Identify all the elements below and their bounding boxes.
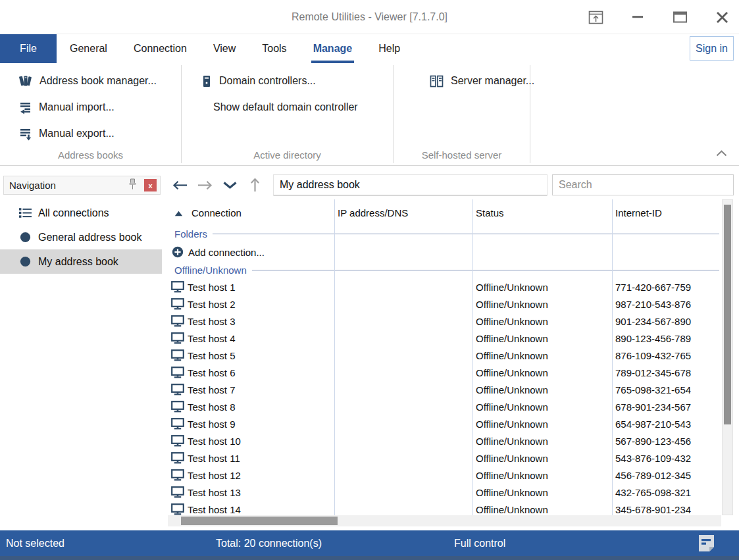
table-row-test-host-11[interactable]: Test host 11Offline/Unknown543-876-109-4…: [168, 449, 721, 467]
status-cell: Offline/Unknown: [472, 419, 612, 430]
column-header-ip[interactable]: IP address/DNS: [334, 207, 472, 218]
add-connection-row[interactable]: Add connection...: [168, 242, 721, 262]
arrow-left-icon: [172, 180, 188, 190]
table-row-test-host-2[interactable]: Test host 2Offline/Unknown987-210-543-87…: [168, 295, 721, 313]
connection-cell: Test host 6: [168, 367, 334, 378]
close-panel-button[interactable]: x: [144, 179, 157, 191]
table-row-test-host-5[interactable]: Test host 5Offline/Unknown876-109-432-76…: [168, 347, 721, 364]
internet-id-cell: 345-678-901-234: [612, 504, 719, 515]
column-header-label: IP address/DNS: [338, 207, 408, 218]
ribbon-item-server-manager[interactable]: Server manager...: [394, 68, 530, 94]
address-books-icon: [18, 74, 33, 88]
ribbon-item-show-default-domain-controller[interactable]: Show default domain controller: [182, 94, 393, 120]
manual-export-icon: [18, 127, 32, 141]
content-area: Navigation x All connectionsGeneral addr…: [0, 166, 739, 530]
sign-in-button[interactable]: Sign in: [690, 36, 734, 61]
up-level-button[interactable]: [245, 175, 265, 195]
breadcrumb-input[interactable]: [273, 174, 548, 195]
internet-id-cell: 876-109-432-765: [612, 350, 719, 361]
tab-connection[interactable]: Connection: [120, 34, 200, 63]
nav-item-all-connections[interactable]: All connections: [0, 201, 162, 225]
group-row-folders[interactable]: Folders: [168, 226, 721, 242]
table-row-test-host-8[interactable]: Test host 8Offline/Unknown678-901-234-56…: [168, 398, 721, 415]
navigation-panel: Navigation x All connectionsGeneral addr…: [0, 166, 162, 530]
column-header-internet-id[interactable]: Internet-ID: [612, 207, 719, 218]
internet-id-cell: 654-987-210-543: [612, 419, 719, 430]
host-name: Test host 1: [188, 282, 236, 293]
status-cell: Offline/Unknown: [472, 453, 612, 464]
column-header-label: Status: [476, 207, 504, 218]
table-row-test-host-6[interactable]: Test host 6Offline/Unknown789-012-345-67…: [168, 364, 721, 381]
tab-tools[interactable]: Tools: [249, 34, 299, 63]
ribbon-item-address-book-manager[interactable]: Address book manager...: [0, 68, 181, 94]
tab-view[interactable]: View: [200, 34, 249, 63]
tab-label: Tools: [262, 43, 286, 55]
ribbon-group-active-directory: Domain controllers...Show default domain…: [182, 65, 394, 163]
connection-cell: Test host 9: [168, 418, 334, 430]
ribbon-item-domain-controllers[interactable]: Domain controllers...: [182, 68, 393, 94]
tab-file[interactable]: File: [0, 34, 57, 63]
manual-import-icon: [18, 101, 32, 115]
title-bar: Remote Utilities - Viewer [7.1.7.0]: [0, 0, 739, 34]
ribbon-group-address-books: Address book manager...Manual import...M…: [0, 65, 182, 163]
column-header-connection[interactable]: Connection: [168, 207, 334, 218]
column-header-status[interactable]: Status: [472, 207, 612, 218]
table-row-test-host-4[interactable]: Test host 4Offline/Unknown890-123-456-78…: [168, 330, 721, 347]
table-row-test-host-10[interactable]: Test host 10Offline/Unknown567-890-123-4…: [168, 432, 721, 449]
vertical-scrollbar-thumb[interactable]: [724, 205, 731, 424]
table-row-test-host-9[interactable]: Test host 9Offline/Unknown654-987-210-54…: [168, 415, 721, 432]
host-name: Test host 10: [188, 436, 241, 447]
monitor-icon: [171, 418, 184, 430]
remote-utilities-viewer-window: Remote Utilities - Viewer [7.1.7.0] File…: [0, 0, 739, 560]
ribbon-item-manual-export[interactable]: Manual export...: [0, 120, 181, 147]
connection-cell: Test host 12: [168, 469, 334, 481]
drop-down-button[interactable]: [220, 175, 240, 195]
status-note-button[interactable]: [696, 533, 717, 556]
nav-item-general-address-book[interactable]: General address book: [0, 225, 162, 249]
arrow-right-icon: [197, 180, 213, 190]
ribbon-item-manual-import[interactable]: Manual import...: [0, 94, 181, 120]
tab-general[interactable]: General: [57, 34, 120, 63]
host-name: Test host 7: [188, 384, 236, 395]
ribbon: Address book manager...Manual import...M…: [0, 63, 739, 166]
table-row-test-host-3[interactable]: Test host 3Offline/Unknown901-234-567-89…: [168, 313, 721, 330]
internet-id-cell: 543-876-109-432: [612, 453, 719, 464]
group-row-offline-unknown[interactable]: Offline/Unknown: [168, 262, 721, 278]
connections-table: Connection IP address/DNS Status Interne…: [168, 199, 721, 515]
nav-item-my-address-book[interactable]: My address book: [0, 249, 162, 274]
table-row-test-host-1[interactable]: Test host 1Offline/Unknown771-420-667-75…: [168, 278, 721, 295]
close-button[interactable]: [713, 9, 730, 26]
connection-cell: Test host 5: [168, 349, 334, 361]
table-row-test-host-7[interactable]: Test host 7Offline/Unknown765-098-321-65…: [168, 381, 721, 398]
search-input[interactable]: [552, 174, 734, 195]
connection-cell: Test host 1: [168, 281, 334, 293]
forward-button[interactable]: [195, 175, 215, 195]
connection-cell: Test host 14: [168, 503, 334, 515]
connection-cell: Test host 4: [168, 332, 334, 344]
table-row-test-host-14[interactable]: Test host 14Offline/Unknown345-678-901-2…: [168, 501, 721, 515]
monitor-icon: [171, 452, 184, 464]
table-row-test-host-12[interactable]: Test host 12Offline/Unknown456-789-012-3…: [168, 467, 721, 484]
back-button[interactable]: [170, 175, 190, 195]
tab-manage[interactable]: Manage: [300, 34, 366, 63]
monitor-icon: [171, 469, 184, 481]
ribbon-item-label: Address book manager...: [39, 75, 157, 87]
horizontal-scrollbar-thumb[interactable]: [181, 517, 338, 525]
connection-cell: Test host 10: [168, 435, 334, 447]
pin-top-button[interactable]: [587, 9, 604, 26]
horizontal-scrollbar[interactable]: [168, 515, 721, 526]
status-cell: Offline/Unknown: [472, 401, 612, 413]
selection-status: Not selected: [6, 530, 64, 556]
server-manager-icon: [429, 74, 444, 88]
table-row-test-host-13[interactable]: Test host 13Offline/Unknown432-765-098-3…: [168, 484, 721, 501]
pin-panel-button[interactable]: [127, 178, 138, 193]
status-cell: Offline/Unknown: [472, 384, 612, 395]
vertical-scrollbar[interactable]: [722, 199, 733, 515]
ribbon-item-label: Domain controllers...: [219, 75, 316, 87]
tab-help[interactable]: Help: [365, 34, 413, 63]
maximize-button[interactable]: [671, 9, 688, 26]
monitor-icon: [171, 315, 184, 327]
minimize-button[interactable]: [629, 9, 646, 26]
ribbon-collapse-button[interactable]: [714, 148, 728, 159]
host-name: Test host 3: [188, 316, 236, 327]
